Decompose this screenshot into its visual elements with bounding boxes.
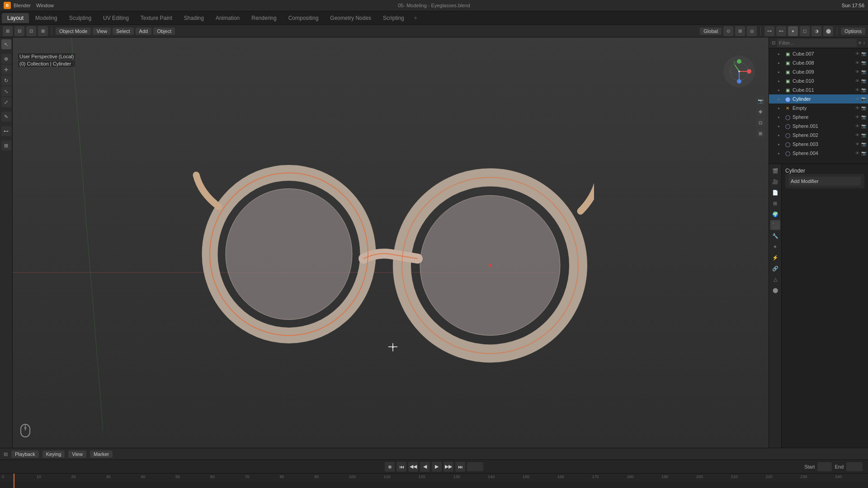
camera-view-icon[interactable]: 📷 [756,96,765,105]
extra-tool[interactable]: ⊞ [1,141,11,150]
jump-start-button[interactable]: ⏮ [396,462,406,472]
visibility-icon[interactable]: 👁 [854,79,860,83]
outliner-search[interactable] [777,39,857,47]
object-prop-icon[interactable]: ⬛ [770,220,780,230]
current-frame-input[interactable]: 0 [467,462,483,471]
visibility-icon[interactable]: 👁 [854,115,860,119]
render-vis-icon[interactable]: 📷 [861,52,866,56]
view-menu[interactable]: View [93,28,111,35]
proportional-icon[interactable]: ◎ [747,26,757,36]
step-back-button[interactable]: ◀◀ [408,462,418,472]
add-workspace-button[interactable]: + [410,13,421,23]
measure-tool[interactable]: ⊷ [1,126,11,136]
render-vis-icon[interactable]: 📷 [861,97,866,101]
visibility-icon[interactable]: 👁 [854,133,860,137]
tab-scripting[interactable]: Scripting [377,13,410,23]
camera-icon-2[interactable]: ⊡ [756,118,765,127]
tab-rendering[interactable]: Rendering [246,13,282,23]
annotate-tool[interactable]: ✎ [1,112,11,122]
modifier-prop-icon[interactable]: 🔧 [770,231,780,241]
view-layer-icon[interactable]: ⊞ [770,198,780,208]
visibility-icon[interactable]: 👁 [854,70,860,74]
grid-icon[interactable]: ⊞ [756,129,765,138]
render-vis-icon[interactable]: 📷 [861,79,866,83]
sort-icon[interactable]: ↕ [863,40,865,45]
window-menu[interactable]: Window [33,3,57,8]
transform-tool[interactable]: ⤢ [1,97,11,107]
tab-sculpting[interactable]: Sculpting [64,13,97,23]
outliner-item[interactable]: ▸ ▣ Cube.010 👁 📷 [769,76,868,85]
pan-icon[interactable]: ✥ [756,107,765,116]
visibility-icon[interactable]: 👁 [854,88,860,92]
cursor-tool[interactable]: ⊕ [1,54,11,64]
render-vis-icon[interactable]: 📷 [861,88,866,92]
options-btn[interactable]: Options [841,28,865,35]
outliner-item[interactable]: ▸ ◯ Sphere.004 👁 📷 [769,149,868,158]
move-tool[interactable]: ✛ [1,65,11,75]
tab-layout[interactable]: Layout [2,13,29,23]
record-button[interactable]: ⏺ [385,462,395,472]
render-vis-icon[interactable]: 📷 [861,124,866,128]
render-vis-icon[interactable]: 📷 [861,133,866,137]
header-icon-4[interactable]: ⊠ [38,26,48,36]
play-back-button[interactable]: ◀ [420,462,430,472]
object-menu[interactable]: Object [153,28,175,35]
outliner-item[interactable]: ▸ ▣ Cube.009 👁 📷 [769,67,868,76]
keying-menu[interactable]: Keying [42,450,65,458]
outliner-item[interactable]: ▸ ◯ Sphere.002 👁 📷 [769,131,868,140]
jump-end-button[interactable]: ⏭ [455,462,465,472]
play-button[interactable]: ▶ [432,462,442,472]
output-prop-icon[interactable]: 📄 [770,188,780,197]
pivot-icon[interactable]: ⊙ [723,26,733,36]
viewport-gizmo[interactable]: X Y Z [723,56,760,92]
render-rendered[interactable]: ⬤ [823,26,833,36]
render-vis-icon[interactable]: 📷 [861,61,866,65]
transform-selector[interactable]: Global [700,28,722,35]
visibility-icon[interactable]: 👁 [854,61,860,65]
render-wireframe[interactable]: ◻ [800,26,810,36]
header-icon-3[interactable]: ⊡ [26,26,36,36]
data-prop-icon[interactable]: △ [770,274,780,284]
playback-menu[interactable]: Playback [11,450,39,458]
visibility-icon[interactable]: 👁 [854,97,860,101]
mode-selector[interactable]: Object Mode [56,28,91,35]
material-prop-icon[interactable]: ⬤ [770,285,780,295]
outliner-item[interactable]: ▸ ⬤ Cylinder 👁 📷 [769,94,868,103]
render-prop-icon[interactable]: 🎥 [770,177,780,187]
header-icon-2[interactable]: ⊟ [14,26,24,36]
constraint-prop-icon[interactable]: 🔗 [770,263,780,273]
visibility-icon[interactable]: 👁 [854,52,860,56]
timeline-type-icon[interactable]: ▤ [4,451,8,456]
physics-prop-icon[interactable]: ⚡ [770,253,780,263]
marker-menu[interactable]: Marker [90,450,113,458]
mode-icon[interactable]: ⊞ [3,26,13,36]
select-tool[interactable]: ↖ [1,39,11,49]
select-menu[interactable]: Select [113,28,134,35]
tab-modeling[interactable]: Modeling [30,13,63,23]
view-menu[interactable]: View [68,450,86,458]
render-material[interactable]: ◑ [811,26,821,36]
render-vis-icon[interactable]: 📷 [861,151,866,155]
scale-tool[interactable]: ⤡ [1,86,11,96]
visibility-icon[interactable]: 👁 [854,106,860,110]
outliner-item[interactable]: ▸ ▣ Cube.011 👁 📷 [769,85,868,94]
timeline-track[interactable]: 0102030405060708090100110120130140150160… [0,474,868,488]
filter-icon[interactable]: ≡ [859,40,861,45]
step-forward-button[interactable]: ▶▶ [443,462,453,472]
scene-prop-icon[interactable]: 🎬 [770,166,780,176]
particle-prop-icon[interactable]: ✴ [770,242,780,252]
render-vis-icon[interactable]: 📷 [861,70,866,74]
tab-texture-paint[interactable]: Texture Paint [135,13,178,23]
outliner-item[interactable]: ▸ ◯ Sphere.003 👁 📷 [769,140,868,149]
outliner-item[interactable]: ▸ ✕ Empty 👁 📷 [769,103,868,113]
outliner-item[interactable]: ▸ ◯ Sphere 👁 📷 [769,113,868,122]
add-modifier-button[interactable]: Add Modifier [789,177,861,186]
rotate-tool[interactable]: ↻ [1,75,11,85]
render-vis-icon[interactable]: 📷 [861,142,866,146]
visibility-icon[interactable]: 👁 [854,151,860,155]
visibility-icon[interactable]: 👁 [854,124,860,128]
tab-geometry-nodes[interactable]: Geometry Nodes [325,13,377,23]
xray-icon[interactable]: ⊷ [776,26,786,36]
render-solid[interactable]: ● [788,26,798,36]
outliner-item[interactable]: ▸ ◯ Sphere.001 👁 📷 [769,122,868,131]
